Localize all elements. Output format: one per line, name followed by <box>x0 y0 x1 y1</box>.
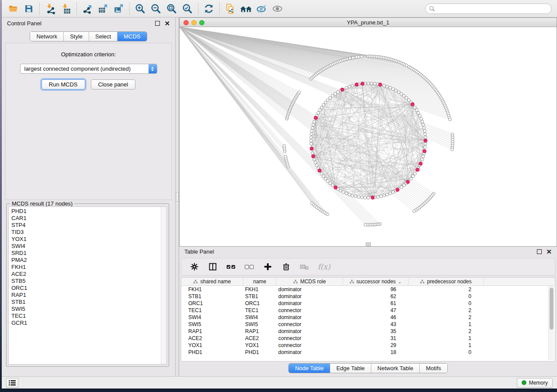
cell-name[interactable]: RAP1 <box>243 328 277 334</box>
cell-successors[interactable]: 62 <box>343 293 408 299</box>
mcds-node-item[interactable]: STP4 <box>11 222 160 229</box>
cell-shared_name[interactable]: RAP1 <box>181 328 243 334</box>
table-row[interactable]: STB1STB1dominator620 <box>181 293 555 300</box>
cell-role[interactable]: dominator <box>277 293 343 299</box>
table-vertical-scrollbar[interactable] <box>548 286 554 360</box>
mcds-node-item[interactable]: SWI4 <box>11 243 160 250</box>
mcds-node-item[interactable]: STB5 <box>11 278 160 285</box>
cell-predecessors[interactable]: 0 <box>408 293 484 299</box>
mcds-node-item[interactable]: ACE2 <box>11 271 160 278</box>
cell-successors[interactable]: 46 <box>343 314 408 320</box>
cell-name[interactable]: FKH1 <box>243 286 277 292</box>
export-network-icon[interactable] <box>80 2 95 16</box>
cell-predecessors[interactable]: 2 <box>408 328 484 334</box>
import-network-icon[interactable] <box>42 2 58 16</box>
close-table-panel-icon[interactable]: ✕ <box>546 249 552 254</box>
mcds-node-item[interactable]: STB1 <box>11 299 160 306</box>
tab-network-table[interactable]: Network Table <box>371 364 420 373</box>
cell-predecessors[interactable]: 2 <box>408 286 484 292</box>
show-details-eye-icon[interactable] <box>270 2 285 16</box>
tab-mcds[interactable]: MCDS <box>118 32 146 41</box>
canvas-splitter-grip[interactable] <box>366 242 371 246</box>
zoom-selected-icon[interactable] <box>180 2 195 16</box>
cell-successors[interactable]: 43 <box>343 321 408 327</box>
scrollbar-thumb[interactable] <box>550 288 554 330</box>
cell-role[interactable]: dominator <box>277 286 343 292</box>
cell-name[interactable]: ACE2 <box>243 335 277 341</box>
cell-role[interactable]: connector <box>277 342 343 348</box>
cell-shared_name[interactable]: ORC1 <box>181 300 243 306</box>
network-window-titlebar[interactable]: YPA_prune.txt_1 <box>180 18 557 27</box>
column-layout-icon[interactable] <box>208 261 218 272</box>
refresh-icon[interactable] <box>201 2 217 16</box>
network-canvas[interactable] <box>180 27 557 246</box>
tab-select[interactable]: Select <box>89 32 118 41</box>
mcds-node-item[interactable]: SWI5 <box>11 306 160 313</box>
cell-role[interactable]: connector <box>277 307 343 313</box>
cell-shared_name[interactable]: FKH1 <box>181 286 243 292</box>
cell-successors[interactable]: 31 <box>343 335 408 341</box>
cell-successors[interactable]: 47 <box>343 307 408 313</box>
table-row[interactable]: SWI5SWI5connector431 <box>181 321 555 328</box>
mcds-node-item[interactable]: YOX1 <box>11 236 160 243</box>
cell-name[interactable]: SWI5 <box>243 321 277 327</box>
cell-shared_name[interactable]: PHD1 <box>181 349 243 355</box>
tab-node-table[interactable]: Node Table <box>289 364 330 373</box>
table-row[interactable]: PHD1PHD1dominator180 <box>181 349 555 356</box>
cell-predecessors[interactable]: 0 <box>408 300 484 306</box>
network-graph[interactable] <box>180 27 557 246</box>
mcds-node-item[interactable]: FKH1 <box>11 264 160 271</box>
deselect-all-checkboxes-icon[interactable] <box>244 261 255 272</box>
column-header[interactable]: successor nodes⌄ <box>343 278 408 285</box>
cell-predecessors[interactable]: 0 <box>408 349 484 355</box>
delete-column-trash-icon[interactable] <box>281 261 291 272</box>
table-row[interactable]: FKH1FKH1dominator962 <box>181 286 555 293</box>
add-column-icon[interactable] <box>263 261 273 272</box>
column-header[interactable]: predecessor nodes <box>408 278 484 285</box>
cell-name[interactable]: ORC1 <box>243 300 277 306</box>
window-close-traffic-light[interactable] <box>183 20 189 25</box>
delete-table-icon[interactable] <box>299 261 310 272</box>
cell-shared_name[interactable]: STB1 <box>181 293 243 299</box>
function-fx-icon[interactable]: f(x) <box>318 262 330 271</box>
import-table-icon[interactable] <box>58 2 74 16</box>
cell-predecessors[interactable]: 1 <box>408 321 484 327</box>
cell-role[interactable]: connector <box>277 335 343 341</box>
cell-role[interactable]: dominator <box>277 300 343 306</box>
mcds-node-item[interactable]: CAR1 <box>11 215 160 222</box>
float-table-panel-icon[interactable] <box>537 249 542 254</box>
panel-splitter[interactable] <box>176 17 179 376</box>
table-row[interactable]: TEC1TEC1connector472 <box>181 307 555 314</box>
zoom-fit-icon[interactable] <box>164 2 180 16</box>
cell-successors[interactable]: 29 <box>343 342 408 348</box>
run-mcds-button[interactable]: Run MCDS <box>42 79 85 89</box>
houses-icon[interactable] <box>238 2 254 16</box>
table-row[interactable]: ACE2ACE2connector311 <box>181 335 555 342</box>
cell-role[interactable]: dominator <box>277 349 343 355</box>
select-all-checkboxes-icon[interactable] <box>226 261 236 272</box>
tab-network[interactable]: Network <box>30 32 64 41</box>
column-header[interactable]: MCDS role <box>277 278 343 285</box>
cell-predecessors[interactable]: 2 <box>408 307 484 313</box>
cell-successors[interactable]: 96 <box>343 286 408 292</box>
cell-role[interactable]: dominator <box>277 328 343 334</box>
column-header[interactable]: name <box>243 278 277 285</box>
mcds-result-list[interactable]: PHD1CAR1STP4TID3YOX1SWI4SRD1PMA2FKH1ACE2… <box>11 208 160 363</box>
mcds-list-scrollbar[interactable] <box>161 207 166 364</box>
mcds-node-item[interactable]: GCR1 <box>11 320 160 327</box>
criterion-dropdown[interactable]: largest connected component (undirected) <box>20 64 157 74</box>
tab-style[interactable]: Style <box>64 32 89 41</box>
float-panel-icon[interactable] <box>155 21 160 26</box>
cell-role[interactable]: connector <box>277 321 343 327</box>
cell-shared_name[interactable]: SWI4 <box>181 314 243 320</box>
cell-name[interactable]: PHD1 <box>243 349 277 355</box>
tab-motifs[interactable]: Motifs <box>420 364 447 373</box>
task-history-button[interactable] <box>6 378 18 388</box>
tab-edge-table[interactable]: Edge Table <box>330 364 371 373</box>
cell-predecessors[interactable]: 2 <box>408 314 484 320</box>
cell-predecessors[interactable]: 1 <box>408 342 484 348</box>
mcds-node-item[interactable]: PHD1 <box>11 208 160 215</box>
mcds-node-item[interactable]: RAP1 <box>11 292 160 299</box>
column-header[interactable]: shared name <box>181 278 243 285</box>
gear-icon[interactable] <box>189 261 200 272</box>
